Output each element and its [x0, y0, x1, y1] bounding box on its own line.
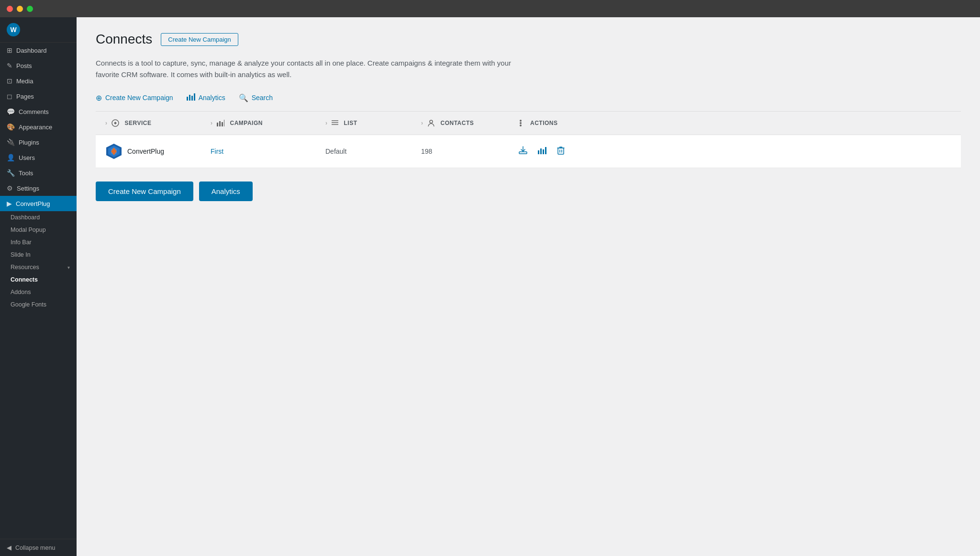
sidebar-bottom: ◀ Collapse menu: [0, 539, 77, 556]
sidebar-sub-info-bar[interactable]: Info Bar: [0, 236, 77, 249]
sidebar-item-posts[interactable]: ✎ Posts: [0, 58, 77, 73]
col-header-actions: ACTIONS: [517, 119, 951, 127]
sidebar-sub-addons[interactable]: Addons: [0, 286, 77, 298]
svg-point-14: [520, 120, 522, 122]
sub-item-label: Dashboard: [11, 214, 40, 221]
service-name: ConvertPlug: [127, 148, 164, 155]
sidebar-sub-google-fonts[interactable]: Google Fonts: [0, 298, 77, 311]
col-actions-label: ACTIONS: [530, 120, 558, 126]
main-content: Connects Create New Campaign Connects is…: [77, 17, 980, 556]
collapse-icon: ◀: [7, 544, 11, 551]
col-header-list: › LIST: [325, 120, 421, 127]
sidebar-sub-modal-popup[interactable]: Modal Popup: [0, 224, 77, 236]
plugins-icon: 🔌: [7, 138, 15, 146]
close-button[interactable]: [7, 6, 13, 12]
sub-item-label: Modal Popup: [11, 227, 46, 233]
sidebar-sub-slide-in[interactable]: Slide In: [0, 249, 77, 261]
col-header-service: › SERVICE: [105, 119, 211, 127]
sidebar-sub-connects[interactable]: Connects: [0, 273, 77, 286]
svg-point-13: [520, 122, 522, 124]
minimize-button[interactable]: [17, 6, 23, 12]
pages-icon: ◻: [7, 92, 12, 100]
media-icon: ⊡: [7, 77, 12, 85]
export-button[interactable]: [517, 144, 529, 159]
campaign-link[interactable]: First: [211, 148, 223, 155]
sidebar-item-label: Dashboard: [16, 47, 47, 54]
sidebar-sub-dashboard[interactable]: Dashboard: [0, 211, 77, 224]
sidebar-item-users[interactable]: 👤 Users: [0, 150, 77, 165]
maximize-button[interactable]: [27, 6, 33, 12]
appearance-icon: 🎨: [7, 123, 15, 131]
svg-rect-2: [191, 96, 193, 101]
collapse-menu-label: Collapse menu: [15, 545, 55, 551]
search-icon: 🔍: [239, 93, 248, 102]
delete-button[interactable]: [555, 144, 567, 159]
sub-item-label: Addons: [11, 289, 31, 295]
cell-service: ConvertPlug: [105, 143, 211, 160]
sidebar-logo[interactable]: W: [0, 17, 77, 43]
sidebar-item-label: Plugins: [19, 139, 39, 146]
sidebar-sub-resources[interactable]: Resources ▾: [0, 261, 77, 273]
sidebar-nav: ⊞ Dashboard ✎ Posts ⊡ Media ◻ Pages 💬 Co…: [0, 43, 77, 539]
sub-item-label: Info Bar: [11, 239, 32, 246]
posts-icon: ✎: [7, 62, 12, 69]
title-bar: [0, 0, 980, 17]
sidebar-item-pages[interactable]: ◻ Pages: [0, 89, 77, 104]
analytics-row-button[interactable]: [536, 145, 548, 158]
convertplug-icon: ▶: [7, 200, 12, 207]
col-label: [111, 119, 121, 127]
analytics-bottom-button[interactable]: Analytics: [199, 182, 253, 201]
sidebar-item-tools[interactable]: 🔧 Tools: [0, 165, 77, 181]
sidebar-item-appearance[interactable]: 🎨 Appearance: [0, 119, 77, 135]
create-new-campaign-header-button[interactable]: Create New Campaign: [161, 33, 238, 46]
create-new-campaign-toolbar-button[interactable]: ⊕ Create New Campaign: [96, 93, 173, 102]
svg-rect-8: [224, 120, 224, 126]
page-header: Connects Create New Campaign: [96, 32, 961, 47]
cell-list: Default: [325, 147, 421, 156]
campaign-bar-icon: [217, 120, 226, 127]
sidebar-item-label: Pages: [16, 93, 34, 100]
toolbar-create-label: Create New Campaign: [105, 94, 173, 102]
sidebar-item-dashboard[interactable]: ⊞ Dashboard: [0, 43, 77, 58]
contacts-icon: [427, 120, 437, 127]
sub-item-label: Google Fonts: [11, 301, 46, 308]
sidebar-item-media[interactable]: ⊡ Media: [0, 73, 77, 89]
col-contacts-label: CONTACTS: [441, 120, 474, 126]
tools-icon: 🔧: [7, 169, 15, 177]
sidebar-item-comments[interactable]: 💬 Comments: [0, 104, 77, 119]
action-toolbar: ⊕ Create New Campaign Analytics 🔍 Search: [96, 93, 961, 112]
sidebar-item-label: Media: [16, 78, 33, 85]
arrow-icon: ›: [211, 120, 213, 126]
svg-rect-6: [219, 121, 221, 126]
search-toolbar-button[interactable]: 🔍 Search: [239, 93, 273, 102]
page-title: Connects: [96, 32, 152, 47]
settings-icon: ⚙: [7, 184, 13, 192]
col-service-label: SERVICE: [125, 120, 152, 126]
wordpress-logo: W: [7, 23, 20, 36]
sidebar-item-label: Appearance: [19, 124, 52, 131]
svg-rect-23: [545, 147, 546, 154]
svg-rect-5: [217, 123, 218, 126]
svg-rect-3: [194, 93, 195, 101]
sidebar-item-settings[interactable]: ⚙ Settings: [0, 181, 77, 196]
col-header-campaign: › CAMPAIGN: [211, 120, 325, 127]
list-name: Default: [325, 148, 346, 155]
analytics-toolbar-button[interactable]: Analytics: [187, 93, 225, 102]
cell-campaign: First: [211, 147, 325, 156]
comments-icon: 💬: [7, 108, 15, 115]
create-new-campaign-bottom-button[interactable]: Create New Campaign: [96, 182, 193, 201]
chevron-down-icon: ▾: [67, 265, 70, 270]
svg-rect-20: [538, 150, 539, 154]
sidebar-item-label: ConvertPlug: [16, 200, 50, 207]
sidebar-item-plugins[interactable]: 🔌 Plugins: [0, 135, 77, 150]
collapse-menu-button[interactable]: ◀ Collapse menu: [7, 544, 70, 551]
col-header-contacts: › CONTACTS: [421, 120, 517, 127]
list-icon: [332, 120, 340, 127]
sidebar-item-convertplug[interactable]: ▶ ConvertPlug: [0, 196, 77, 211]
sidebar: W ⊞ Dashboard ✎ Posts ⊡ Media ◻ Pages 💬 …: [0, 17, 77, 556]
table-header: › SERVICE ›: [96, 112, 961, 135]
table-row: ConvertPlug First Default 198: [96, 135, 961, 168]
svg-rect-19: [519, 152, 527, 154]
service-logo: [105, 143, 122, 160]
toolbar-search-label: Search: [252, 94, 273, 102]
